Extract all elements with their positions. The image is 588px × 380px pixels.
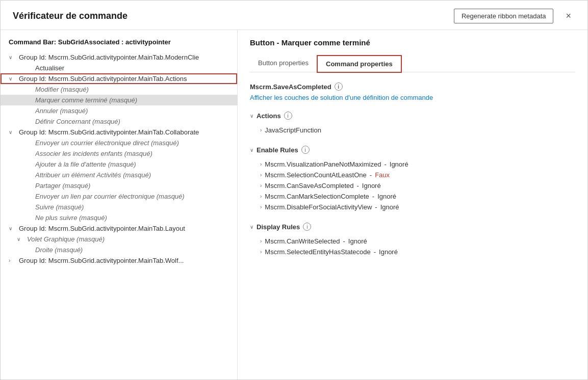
rule-separator: - <box>375 203 377 211</box>
tree-label: Group Id: Mscrm.SubGrid.activitypointer.… <box>19 128 199 136</box>
right-panel-title: Button - Marquer comme terminé <box>250 38 575 47</box>
section-info-icon-display-rules[interactable]: i <box>303 223 311 231</box>
tree-item-volet[interactable]: ∨Volet Graphique (masqué) <box>1 234 237 245</box>
rule-separator: - <box>356 182 359 189</box>
dialog-header: Vérificateur de commande Regenerate ribb… <box>1 1 587 30</box>
rule-chevron-icon: › <box>260 172 262 178</box>
tab-button-props[interactable]: Button properties <box>250 55 317 72</box>
rule-label: Mscrm.CanWriteSelected <box>265 237 340 245</box>
tree-label: Marquer comme terminé (masqué) <box>35 96 137 104</box>
left-panel-title: Command Bar: SubGridAssociated : activit… <box>1 36 237 52</box>
rule-separator: - <box>372 193 374 200</box>
rule-label: Mscrm.VisualizationPaneNotMaximized <box>265 160 381 168</box>
tree-item-group3[interactable]: ∨Group Id: Mscrm.SubGrid.activitypointer… <box>1 127 237 138</box>
tree-label: Group Id: Mscrm.SubGrid.activitypointer.… <box>19 53 199 61</box>
section-title-display-rules: Display Rules <box>257 223 300 231</box>
left-panel: Command Bar: SubGridAssociated : activit… <box>1 30 238 379</box>
tree-item-group4[interactable]: ∨Group Id: Mscrm.SubGrid.activitypointer… <box>1 223 237 234</box>
header-actions: Regenerate ribbon metadata × <box>454 9 575 23</box>
rule-row[interactable]: ›JavaScriptFunction <box>250 125 575 135</box>
regenerate-button[interactable]: Regenerate ribbon metadata <box>454 9 554 23</box>
tree-item-definir[interactable]: Définir Concernant (masqué) <box>1 116 237 127</box>
verificateur-dialog: Vérificateur de commande Regenerate ribb… <box>0 0 588 380</box>
tree-item-partager[interactable]: Partager (masqué) <box>1 180 237 191</box>
rule-label: Mscrm.CanMarkSelectionComplete <box>265 193 369 200</box>
tree-item-envoyer[interactable]: Envoyer un courrier électronique direct … <box>1 138 237 148</box>
rule-status: Ignoré <box>362 182 381 189</box>
command-info-icon[interactable]: i <box>335 83 343 91</box>
tree-label: Ajouter à la file d'attente (masqué) <box>35 160 136 168</box>
section-chevron-expanded-icon[interactable]: ∨ <box>250 113 253 119</box>
tree-label: Volet Graphique (masqué) <box>27 235 105 243</box>
tree-item-associer[interactable]: Associer les incidents enfants (masqué) <box>1 148 237 159</box>
tree-item-group2[interactable]: ∨Group Id: Mscrm.SubGrid.activitypointer… <box>1 73 237 84</box>
rule-separator: - <box>343 237 345 245</box>
rule-chevron-icon: › <box>260 127 262 133</box>
section-header-actions: ∨Actionsi <box>250 112 575 120</box>
section-info-icon-actions[interactable]: i <box>284 112 292 120</box>
section-title-enable-rules: Enable Rules <box>257 146 298 154</box>
tree-item-envoyer_lien[interactable]: Envoyer un lien par courrier électroniqu… <box>1 191 237 202</box>
section-info-icon-enable-rules[interactable]: i <box>301 146 310 154</box>
tree-label: Suivre (masqué) <box>35 203 84 211</box>
section-chevron-expanded-icon[interactable]: ∨ <box>250 147 253 153</box>
tree-item-droite[interactable]: Droite (masqué) <box>1 245 237 255</box>
rule-row[interactable]: ›Mscrm.CanMarkSelectionComplete - Ignoré <box>250 191 575 202</box>
sections-container: ∨Actionsi›JavaScriptFunction∨Enable Rule… <box>250 112 575 257</box>
tree-item-group5[interactable]: ›Group Id: Mscrm.SubGrid.activitypointer… <box>1 255 237 266</box>
tree-container: ∨Group Id: Mscrm.SubGrid.activitypointer… <box>1 52 237 266</box>
tree-label: Ne plus suivre (masqué) <box>35 214 107 222</box>
rule-status: Faux <box>375 171 390 179</box>
tree-item-modifier[interactable]: Modifier (masqué) <box>1 84 237 95</box>
tree-item-ajouter[interactable]: Ajouter à la file d'attente (masqué) <box>1 159 237 170</box>
section-title-actions: Actions <box>257 112 281 120</box>
dialog-title: Vérificateur de commande <box>13 11 127 21</box>
section-display-rules: ∨Display Rulesi›Mscrm.CanWriteSelected -… <box>250 223 575 257</box>
tree-item-annuler[interactable]: Annuler (masqué) <box>1 105 237 116</box>
rule-row[interactable]: ›Mscrm.CanSaveAsCompleted - Ignoré <box>250 180 575 191</box>
rule-status: Ignoré <box>379 248 398 256</box>
chevron-expanded-icon: ∨ <box>9 226 17 231</box>
command-name: Mscrm.SaveAsCompleted <box>250 83 331 91</box>
tab-command-props[interactable]: Command properties <box>317 55 402 73</box>
chevron-expanded-icon: ∨ <box>17 236 25 242</box>
chevron-expanded-icon: ∨ <box>9 129 17 135</box>
rule-status: Ignoré <box>390 160 408 168</box>
tree-label: Group Id: Mscrm.SubGrid.activitypointer.… <box>19 225 185 232</box>
rule-row[interactable]: ›Mscrm.SelectedEntityHasStatecode - Igno… <box>250 247 575 257</box>
rule-separator: - <box>374 248 376 256</box>
tree-item-actualiser[interactable]: Actualiser <box>1 63 237 73</box>
rule-label: Mscrm.DisableForSocialActivityView <box>265 203 372 211</box>
solution-link[interactable]: Afficher les couches de solution d'une d… <box>250 94 433 101</box>
chevron-collapsed-icon: › <box>9 258 17 263</box>
tabs-container: Button propertiesCommand properties <box>250 55 575 72</box>
rule-chevron-icon: › <box>260 249 262 255</box>
tree-item-attribuer[interactable]: Attribuer un élément Activités (masqué) <box>1 170 237 180</box>
rule-chevron-icon: › <box>260 194 262 199</box>
rule-row[interactable]: ›Mscrm.VisualizationPaneNotMaximized - I… <box>250 159 575 170</box>
rule-chevron-icon: › <box>260 161 262 167</box>
tree-label: Droite (masqué) <box>35 246 83 254</box>
close-button[interactable]: × <box>561 9 575 23</box>
chevron-expanded-icon: ∨ <box>9 55 17 60</box>
tree-label: Associer les incidents enfants (masqué) <box>35 150 152 157</box>
tree-item-ne_plus[interactable]: Ne plus suivre (masqué) <box>1 212 237 223</box>
tree-label: Attribuer un élément Activités (masqué) <box>35 171 151 179</box>
tree-label: Modifier (masqué) <box>35 86 89 93</box>
rule-label: Mscrm.SelectionCountAtLeastOne <box>265 171 366 179</box>
rule-row[interactable]: ›Mscrm.CanWriteSelected - Ignoré <box>250 236 575 247</box>
section-header-enable-rules: ∨Enable Rulesi <box>250 146 575 154</box>
rule-label: Mscrm.CanSaveAsCompleted <box>265 182 353 189</box>
rule-separator: - <box>384 160 386 168</box>
rule-row[interactable]: ›Mscrm.DisableForSocialActivityView - Ig… <box>250 202 575 212</box>
tree-item-group1[interactable]: ∨Group Id: Mscrm.SubGrid.activitypointer… <box>1 52 237 63</box>
tree-label: Partager (masqué) <box>35 182 90 189</box>
section-header-display-rules: ∨Display Rulesi <box>250 223 575 231</box>
rule-row[interactable]: ›Mscrm.SelectionCountAtLeastOne - Faux <box>250 170 575 180</box>
tree-item-marquer[interactable]: Marquer comme terminé (masqué) <box>1 95 237 105</box>
tree-label: Group Id: Mscrm.SubGrid.activitypointer.… <box>19 257 184 264</box>
tree-label: Envoyer un lien par courrier électroniqu… <box>35 193 185 200</box>
section-chevron-expanded-icon[interactable]: ∨ <box>250 224 253 230</box>
dialog-body: Command Bar: SubGridAssociated : activit… <box>1 30 587 379</box>
tree-item-suivre[interactable]: Suivre (masqué) <box>1 202 237 212</box>
